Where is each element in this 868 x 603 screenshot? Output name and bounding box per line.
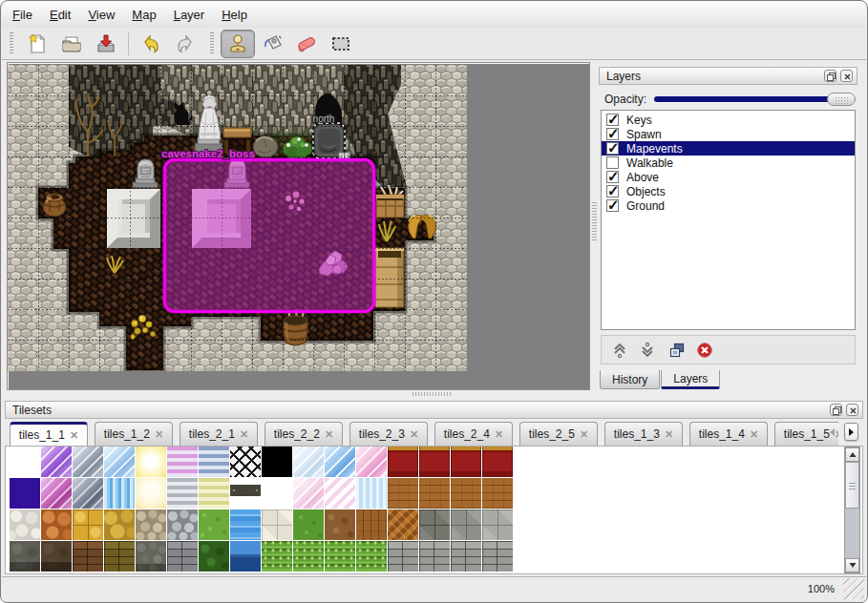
panel-tab-layers[interactable]: Layers	[661, 370, 720, 389]
tab-close-icon[interactable]: ✕	[580, 428, 588, 441]
tileset-tab-tiles_1_4[interactable]: tiles_1_4✕	[689, 422, 768, 446]
raise-layer-button[interactable]	[605, 338, 633, 363]
palette-tile-1-11[interactable]	[356, 478, 387, 509]
palette-tile-0-14[interactable]	[451, 447, 481, 477]
duplicate-layer-button[interactable]	[663, 338, 690, 363]
palette-tile-3-5[interactable]	[167, 541, 198, 572]
palette-tile-1-2[interactable]	[73, 478, 103, 509]
palette-tile-2-4[interactable]	[136, 509, 166, 540]
tab-close-icon[interactable]: ✕	[325, 428, 333, 441]
scrollbar-thumb[interactable]	[845, 462, 859, 509]
float-panel-icon[interactable]	[824, 70, 836, 82]
tileset-tab-tiles_2_2[interactable]: tiles_2_2✕	[265, 422, 343, 446]
palette-tile-3-14[interactable]	[451, 541, 481, 572]
tab-close-icon[interactable]: ✕	[410, 428, 418, 441]
tab-scroll-left-button[interactable]	[825, 423, 839, 441]
palette-tile-0-9[interactable]	[293, 447, 324, 477]
tileset-tab-tiles_1_2[interactable]: tiles_1_2✕	[95, 422, 173, 446]
palette-tile-1-1[interactable]	[41, 478, 72, 509]
palette-tile-1-0[interactable]	[10, 478, 40, 509]
palette-tile-0-3[interactable]	[104, 447, 135, 477]
palette-tile-1-4[interactable]	[136, 478, 166, 509]
tileset-tab-tiles_1_3[interactable]: tiles_1_3✕	[604, 422, 683, 446]
palette-tile-2-1[interactable]	[41, 509, 72, 540]
palette-tile-0-4[interactable]	[136, 447, 166, 477]
layer-checkbox-mapevents[interactable]	[606, 142, 619, 155]
tileset-scrollbar[interactable]	[844, 447, 860, 573]
tab-close-icon[interactable]: ✕	[665, 428, 673, 441]
layer-row-ground[interactable]: Ground	[602, 198, 855, 213]
scrollbar-down-button[interactable]	[845, 558, 859, 572]
palette-tile-0-8[interactable]	[262, 447, 292, 477]
tileset-palette[interactable]	[10, 447, 513, 572]
float-tilesets-icon[interactable]	[830, 404, 842, 416]
palette-tile-2-5[interactable]	[167, 509, 198, 540]
lower-layer-button[interactable]	[633, 338, 661, 363]
close-panel-icon[interactable]	[840, 70, 853, 82]
palette-tile-3-4[interactable]	[136, 541, 166, 572]
palette-tile-1-13[interactable]	[419, 478, 450, 509]
delete-layer-button[interactable]	[690, 338, 718, 363]
redo-button[interactable]	[168, 30, 202, 58]
palette-tile-1-9[interactable]	[293, 478, 324, 509]
palette-tile-3-1[interactable]	[41, 541, 72, 572]
opacity-slider[interactable]	[654, 92, 856, 107]
palette-tile-2-10[interactable]	[325, 509, 355, 540]
tab-close-icon[interactable]: ✕	[240, 428, 248, 441]
palette-tile-1-8[interactable]	[262, 478, 292, 509]
palette-tile-1-12[interactable]	[388, 478, 418, 509]
layer-row-spawn[interactable]: Spawn	[602, 127, 855, 141]
panel-tab-history[interactable]: History	[600, 370, 660, 389]
layer-row-mapevents[interactable]: Mapevents	[602, 141, 855, 156]
palette-tile-3-9[interactable]	[293, 541, 324, 572]
menu-help[interactable]: Help	[213, 4, 256, 26]
horizontal-splitter-handle[interactable]	[413, 392, 453, 396]
palette-tile-3-11[interactable]	[356, 541, 387, 572]
palette-tile-3-7[interactable]	[230, 541, 261, 572]
layer-row-keys[interactable]: Keys	[602, 113, 855, 127]
tab-close-icon[interactable]: ✕	[750, 428, 758, 441]
palette-tile-0-1[interactable]	[41, 447, 72, 477]
layer-row-above[interactable]: Above	[602, 170, 855, 184]
horizontal-splitter[interactable]	[2, 390, 866, 398]
palette-tile-0-13[interactable]	[419, 447, 450, 477]
undo-button[interactable]	[134, 30, 168, 58]
tab-close-icon[interactable]: ✕	[495, 428, 503, 441]
palette-tile-0-7[interactable]	[230, 447, 261, 477]
palette-tile-0-2[interactable]	[73, 447, 103, 477]
palette-tile-3-6[interactable]	[199, 541, 229, 572]
palette-tile-3-2[interactable]	[73, 541, 103, 572]
palette-tile-1-14[interactable]	[451, 478, 481, 509]
menu-view[interactable]: View	[79, 4, 123, 26]
palette-tile-3-13[interactable]	[419, 541, 450, 572]
new-button[interactable]	[20, 30, 54, 58]
menu-edit[interactable]: Edit	[41, 4, 79, 26]
palette-tile-2-13[interactable]	[419, 509, 450, 540]
palette-tile-0-6[interactable]	[199, 447, 229, 477]
palette-tile-3-3[interactable]	[104, 541, 135, 572]
tileset-tab-tiles_2_4[interactable]: tiles_2_4✕	[434, 422, 513, 446]
scrollbar-up-button[interactable]	[845, 447, 859, 462]
map-canvas-panel[interactable]: north cavesnake2_boss	[7, 62, 590, 390]
palette-tile-0-10[interactable]	[325, 447, 355, 477]
stamp-tool-button[interactable]	[221, 30, 255, 58]
resize-grip[interactable]	[843, 578, 864, 599]
layer-checkbox-ground[interactable]	[606, 199, 619, 212]
palette-tile-3-12[interactable]	[388, 541, 418, 572]
palette-tile-0-12[interactable]	[388, 447, 418, 477]
palette-tile-2-15[interactable]	[482, 509, 513, 540]
menu-file[interactable]: File	[4, 4, 41, 26]
layer-row-walkable[interactable]: Walkable	[602, 156, 855, 170]
palette-tile-2-0[interactable]	[10, 509, 40, 540]
palette-tile-3-8[interactable]	[262, 541, 292, 572]
palette-tile-2-12[interactable]	[388, 509, 418, 540]
vertical-splitter-handle[interactable]	[592, 202, 597, 242]
opacity-slider-track[interactable]	[654, 96, 854, 102]
close-tilesets-icon[interactable]	[846, 404, 858, 416]
palette-tile-1-3[interactable]	[104, 478, 135, 509]
palette-tile-1-10[interactable]	[325, 478, 355, 509]
palette-tile-3-15[interactable]	[482, 541, 513, 572]
fill-tool-button[interactable]	[255, 30, 289, 58]
palette-tile-0-0[interactable]	[10, 447, 40, 477]
layer-row-objects[interactable]: Objects	[602, 184, 855, 198]
